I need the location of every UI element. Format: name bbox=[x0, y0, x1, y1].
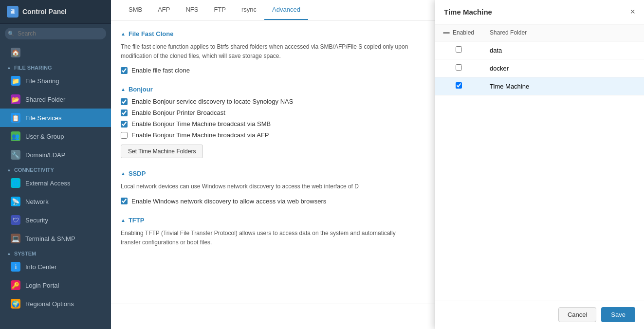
sidebar-item-network[interactable]: 📡 Network bbox=[0, 192, 111, 211]
sidebar-label-file-sharing: File Sharing bbox=[25, 77, 59, 85]
terminal-icon: 💻 bbox=[11, 234, 20, 243]
sidebar-item-info-center[interactable]: ℹ Info Center bbox=[0, 257, 111, 276]
infocenter-icon: ℹ bbox=[11, 262, 20, 272]
sidebar-label-security: Security bbox=[25, 217, 48, 224]
modal-close-button[interactable]: × bbox=[630, 7, 635, 17]
usergroup-icon: 👥 bbox=[11, 131, 20, 141]
minus-icon bbox=[443, 32, 450, 34]
sidebar-section-system[interactable]: System bbox=[0, 248, 111, 257]
table-cell-name-data: data bbox=[482, 41, 644, 59]
regionaloptions-icon: 🌍 bbox=[11, 299, 20, 309]
checkbox-bonjour-printer[interactable] bbox=[121, 110, 128, 116]
checkbox-folder-time-machine[interactable] bbox=[456, 82, 462, 89]
checkbox-ssdp-windows[interactable] bbox=[121, 198, 128, 204]
tab-ftp[interactable]: FTP bbox=[206, 0, 234, 20]
label-bonjour-tm-afp: Enable Bonjour Time Machine broadcast vi… bbox=[131, 131, 269, 139]
label-ssdp-windows: Enable Windows network discovery to allo… bbox=[131, 198, 326, 205]
folders-table: Enabled Shared Folder data bbox=[435, 24, 644, 95]
table-cell-enabled-docker bbox=[435, 59, 482, 77]
tab-advanced[interactable]: Advanced bbox=[264, 0, 308, 20]
table-header-shared-folder: Shared Folder bbox=[482, 24, 644, 41]
section-title-ssdp: SSDP bbox=[129, 170, 146, 177]
sidebar-label-user-group: User & Group bbox=[25, 133, 64, 140]
section-title-tftp: TFTP bbox=[129, 217, 145, 224]
modal-cancel-button[interactable]: Cancel bbox=[558, 307, 596, 322]
table-header-enabled: Enabled bbox=[435, 24, 482, 41]
modal-save-button[interactable]: Save bbox=[601, 307, 635, 322]
sidebar-item-security[interactable]: 🛡 Security bbox=[0, 211, 111, 229]
modal-body: Enabled Shared Folder data bbox=[435, 24, 644, 300]
sidebar-label-login-portal: Login Portal bbox=[25, 282, 59, 289]
sidebar-label-file-services: File Services bbox=[25, 114, 61, 122]
section-title-bonjour: Bonjour bbox=[129, 86, 153, 93]
section-desc-ssdp: Local network devices can use Windows ne… bbox=[121, 182, 413, 191]
domainldap-icon: 🔧 bbox=[11, 150, 20, 160]
search-input[interactable] bbox=[5, 28, 106, 39]
sidebar-item-file-services[interactable]: 📋 File Services bbox=[0, 109, 111, 127]
time-machine-modal: Time Machine × Enabled Shared Folder bbox=[435, 0, 644, 329]
table-cell-name-docker: docker bbox=[482, 59, 644, 77]
sidebar-label-network: Network bbox=[25, 198, 49, 205]
security-icon: 🛡 bbox=[11, 215, 20, 225]
sidebar-item-external-access[interactable]: 🌐 External Access bbox=[0, 174, 111, 192]
sidebar-item-user-group[interactable]: 👥 User & Group bbox=[0, 127, 111, 146]
sidebar-item-login-portal[interactable]: 🔑 Login Portal bbox=[0, 276, 111, 294]
app-icon: 🖥 bbox=[7, 6, 18, 18]
label-bonjour-printer: Enable Bonjour Printer Broadcast bbox=[131, 109, 225, 116]
app-title: Control Panel bbox=[22, 8, 67, 16]
filesharing-icon: 📁 bbox=[11, 76, 20, 86]
table-cell-enabled-data bbox=[435, 41, 482, 59]
fileservices-icon: 📋 bbox=[11, 113, 20, 123]
sidebar: 🖥 Control Panel 🏠 File Sharing 📁 File Sh… bbox=[0, 0, 111, 329]
section-desc-ffc: The file fast clone function applies to … bbox=[121, 42, 413, 61]
label-bonjour-tm-smb: Enable Bonjour Time Machine broadcast vi… bbox=[131, 120, 271, 128]
sidebar-label-info-center: Info Center bbox=[25, 263, 56, 271]
modal-header: Time Machine × bbox=[435, 0, 644, 24]
checkbox-bonjour-tm-afp[interactable] bbox=[121, 132, 128, 139]
network-icon: 📡 bbox=[11, 197, 20, 206]
sidebar-item-terminal-snmp[interactable]: 💻 Terminal & SNMP bbox=[0, 229, 111, 248]
sidebar-item-file-sharing[interactable]: 📁 File Sharing bbox=[0, 72, 111, 90]
section-title-ffc: File Fast Clone bbox=[129, 30, 173, 37]
sidebar-item-shared-folder[interactable]: 📂 Shared Folder bbox=[0, 90, 111, 109]
modal-footer: Cancel Save bbox=[435, 300, 644, 329]
set-time-machine-folders-button[interactable]: Set Time Machine Folders bbox=[121, 145, 203, 158]
table-cell-enabled-tm bbox=[435, 77, 482, 95]
sharedfolder-icon: 📂 bbox=[11, 94, 20, 104]
checkbox-enable-ffc[interactable] bbox=[121, 67, 128, 74]
table-row[interactable]: data bbox=[435, 41, 644, 59]
modal-title: Time Machine bbox=[444, 8, 492, 16]
loginportal-icon: 🔑 bbox=[11, 280, 20, 290]
sidebar-label-domain-ldap: Domain/LDAP bbox=[25, 151, 65, 159]
sidebar-item-regional-options[interactable]: 🌍 Regional Options bbox=[0, 294, 111, 313]
checkbox-bonjour-discovery[interactable] bbox=[121, 98, 128, 105]
sidebar-header: 🖥 Control Panel bbox=[0, 0, 111, 24]
sidebar-item-domain-ldap[interactable]: 🔧 Domain/LDAP bbox=[0, 146, 111, 164]
search-container bbox=[0, 24, 111, 43]
tab-smb[interactable]: SMB bbox=[121, 0, 150, 20]
checkbox-folder-data[interactable] bbox=[456, 46, 462, 53]
home-icon: 🏠 bbox=[11, 48, 20, 57]
table-row[interactable]: docker bbox=[435, 59, 644, 77]
sidebar-label-shared-folder: Shared Folder bbox=[25, 96, 65, 103]
tab-rsync[interactable]: rsync bbox=[234, 0, 264, 20]
sidebar-label-terminal-snmp: Terminal & SNMP bbox=[25, 235, 75, 242]
sidebar-label-external-access: External Access bbox=[25, 180, 71, 187]
externalaccess-icon: 🌐 bbox=[11, 178, 20, 188]
label-bonjour-discovery: Enable Bonjour service discovery to loca… bbox=[131, 98, 293, 105]
checkbox-bonjour-tm-smb[interactable] bbox=[121, 121, 128, 128]
table-row[interactable]: Time Machine bbox=[435, 77, 644, 95]
tab-nfs[interactable]: NFS bbox=[178, 0, 206, 20]
sidebar-label-regional-options: Regional Options bbox=[25, 300, 74, 308]
tab-afp[interactable]: AFP bbox=[150, 0, 178, 20]
sidebar-item-home[interactable]: 🏠 bbox=[0, 43, 111, 62]
table-cell-name-tm: Time Machine bbox=[482, 77, 644, 95]
sidebar-section-filesharing[interactable]: File Sharing bbox=[0, 62, 111, 72]
label-enable-ffc: Enable file fast clone bbox=[131, 67, 190, 74]
section-desc-tftp: Enabling TFTP (Trivial File Transfer Pro… bbox=[121, 229, 413, 247]
checkbox-folder-docker[interactable] bbox=[456, 64, 462, 71]
sidebar-section-connectivity[interactable]: Connectivity bbox=[0, 164, 111, 174]
